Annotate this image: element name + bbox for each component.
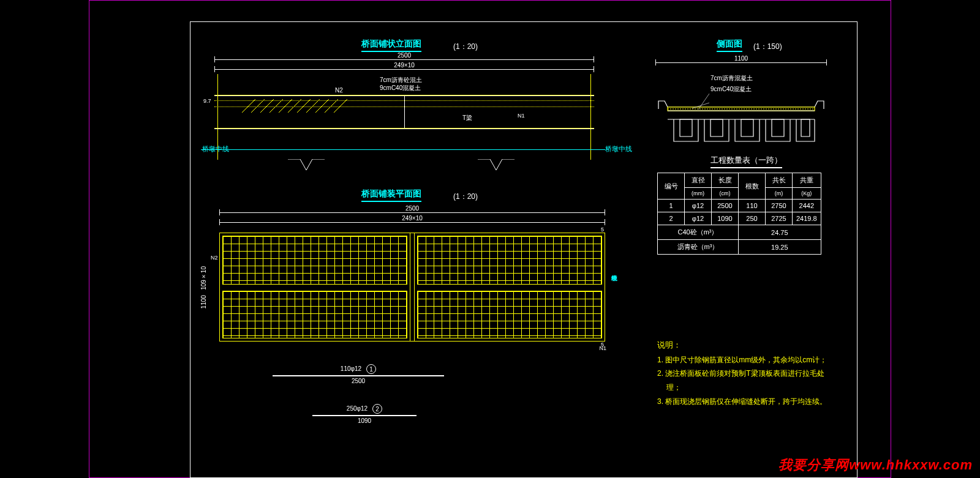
bar-num-2: 2 xyxy=(372,404,382,414)
note-3: 3. 桥面现浇层钢筋仅在伸缩缝处断开，跨于均连续。 xyxy=(657,395,847,409)
th-qty: 根数 xyxy=(739,173,766,200)
elev-layer-c40: 9cmC40混凝土 xyxy=(380,84,421,92)
asphalt-val: 19.25 xyxy=(739,240,821,255)
bar-callout-2: 250φ122 1090 xyxy=(312,404,417,425)
elev-cl-label-right: 桥墩中线 xyxy=(605,144,632,154)
plan-left-spacing: 109×10 xyxy=(200,266,207,290)
plan-edge-5-top: 5 xyxy=(219,226,605,233)
notes-block: 说明： 1. 图中尺寸除钢筋直径以mm级外，其余均以cm计； 2. 浇注桥面板砼… xyxy=(657,338,847,409)
table-row: C40砼（m³） 24.75 xyxy=(658,225,821,240)
table-row: 1 φ12 2500 110 2750 2442 xyxy=(658,200,821,212)
elev-n1: N1 xyxy=(518,113,525,119)
elevation-scale: (1：20) xyxy=(453,42,478,52)
table-row: 2 φ12 1090 250 2725 2419.8 xyxy=(658,212,821,225)
elev-dim-total: 2500 xyxy=(214,52,594,59)
elev-left-dim: 9.7 xyxy=(203,98,211,104)
note-1: 1. 图中尺寸除钢筋直径以mm级外，其余均以cm计； xyxy=(657,353,847,367)
th-no: 编号 xyxy=(658,173,685,200)
plan-edge-5-bot: 5 xyxy=(219,342,605,348)
beam-break-1 xyxy=(288,159,325,171)
th-wt: 共重 xyxy=(793,173,821,188)
th-tot: 共长 xyxy=(766,173,793,188)
plan-view: 2500 249×10 5 1100 109×10 桥墩中线 N2 5 N1 xyxy=(219,208,605,348)
side-view: 1100 7cm沥青混凝土 9cmC40混凝土 xyxy=(655,58,827,152)
plan-scale: (1：20) xyxy=(453,192,478,202)
table-title: 工程数量表（一跨） xyxy=(710,154,782,168)
side-c40: 9cmC40混凝土 xyxy=(710,85,882,94)
table-row: 沥青砼（m³） 19.25 xyxy=(658,240,821,255)
plan-n2: N2 xyxy=(211,255,218,261)
side-width: 1100 xyxy=(655,55,827,62)
side-asphalt: 7cm沥青混凝土 xyxy=(710,74,882,83)
side-section xyxy=(655,94,827,152)
watermark: 我要分享网www.hhkxxw.com xyxy=(778,456,973,474)
plan-title: 桥面铺装平面图 xyxy=(361,188,421,202)
elevation-title: 桥面铺状立面图 xyxy=(361,38,421,52)
bar-callout-1: 110φ121 2500 xyxy=(273,364,444,386)
bar1-len: 2500 xyxy=(273,378,444,384)
elevation-view: 2500 249×10 7cm沥青砼混土 9cmC40混凝土 N2 9.7 T梁… xyxy=(214,55,594,171)
elev-ground-line xyxy=(201,149,605,150)
plan-rebar-grid: 1100 109×10 桥墩中线 N2 xyxy=(219,233,605,342)
plan-n1: N1 xyxy=(599,345,606,351)
note-2: 2. 浇注桥面板砼前须对预制T梁顶板表面进行拉毛处 xyxy=(657,367,847,381)
quantity-table: 编号 直径 长度 根数 共长 共重 (mm) (cm) (m) (Kg) 1 φ… xyxy=(657,173,821,255)
elev-tbeam-label: T梁 xyxy=(462,114,472,122)
elev-layer-asphalt: 7cm沥青砼混土 xyxy=(380,76,422,84)
side-scale: (1：150) xyxy=(753,42,782,52)
bar2-len: 1090 xyxy=(312,417,417,424)
note-2b: 理； xyxy=(657,381,847,395)
elev-n2: N2 xyxy=(335,87,343,94)
c40-val: 24.75 xyxy=(739,225,821,240)
th-dia: 直径 xyxy=(685,173,712,188)
plan-dim-spacing: 249×10 xyxy=(219,215,605,222)
c40-label: C40砼（m³） xyxy=(658,225,739,240)
beam-break-2 xyxy=(478,159,514,171)
plan-left-total: 1100 xyxy=(200,295,207,308)
notes-title: 说明： xyxy=(657,338,847,353)
table-row: 编号 直径 长度 根数 共长 共重 xyxy=(658,173,821,188)
elev-centerline xyxy=(404,95,405,128)
side-title: 侧面图 xyxy=(717,38,742,52)
plan-center-gap xyxy=(410,233,415,341)
th-len: 长度 xyxy=(712,173,739,188)
elev-dim-spacing: 249×10 xyxy=(214,62,594,69)
plan-dim-total: 2500 xyxy=(219,205,605,212)
bar-num-1: 1 xyxy=(366,364,376,374)
asphalt-label: 沥青砼（m³） xyxy=(658,240,739,255)
